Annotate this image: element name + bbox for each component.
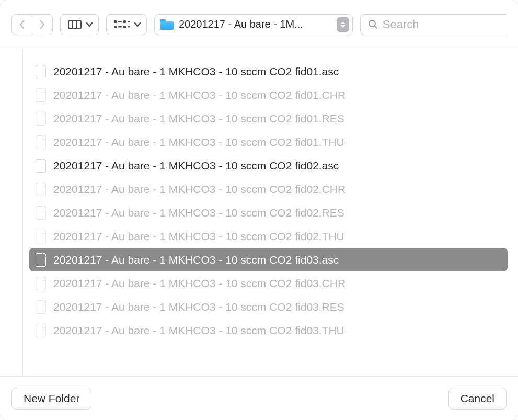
file-icon [36, 112, 46, 126]
cancel-label: Cancel [461, 392, 494, 405]
file-row[interactable]: 20201217 - Au bare - 1 MKHCO3 - 10 sccm … [29, 177, 508, 201]
file-icon [36, 206, 46, 220]
file-name: 20201217 - Au bare - 1 MKHCO3 - 10 sccm … [53, 112, 344, 125]
new-folder-label: New Folder [24, 392, 79, 405]
toolbar: 20201217 - Au bare - 1M... [0, 0, 518, 49]
group-icon [114, 19, 130, 30]
file-row[interactable]: 20201217 - Au bare - 1 MKHCO3 - 10 sccm … [29, 319, 508, 342]
file-name: 20201217 - Au bare - 1 MKHCO3 - 10 sccm … [53, 89, 346, 101]
file-name: 20201217 - Au bare - 1 MKHCO3 - 10 sccm … [53, 277, 346, 290]
file-icon [36, 230, 46, 243]
file-name: 20201217 - Au bare - 1 MKHCO3 - 10 sccm … [53, 301, 344, 313]
chevron-down-icon [134, 21, 141, 28]
search-input[interactable] [383, 18, 499, 31]
chevron-right-icon [39, 19, 46, 30]
group-by-button[interactable] [106, 14, 147, 35]
back-button[interactable] [11, 14, 32, 35]
file-name: 20201217 - Au bare - 1 MKHCO3 - 10 sccm … [53, 65, 339, 78]
svg-rect-8 [123, 26, 126, 28]
view-mode-button[interactable] [60, 14, 99, 35]
search-icon [368, 19, 377, 30]
file-name: 20201217 - Au bare - 1 MKHCO3 - 10 sccm … [53, 207, 344, 219]
file-name: 20201217 - Au bare - 1 MKHCO3 - 10 sccm … [53, 136, 344, 149]
file-row[interactable]: 20201217 - Au bare - 1 MKHCO3 - 10 sccm … [29, 83, 508, 107]
file-name: 20201217 - Au bare - 1 MKHCO3 - 10 sccm … [53, 324, 344, 337]
dialog-body: 20201217 - Au bare - 1 MKHCO3 - 10 sccm … [0, 49, 518, 376]
search-field[interactable] [360, 14, 507, 35]
file-row[interactable]: 20201217 - Au bare - 1 MKHCO3 - 10 sccm … [29, 201, 508, 224]
file-row[interactable]: 20201217 - Au bare - 1 MKHCO3 - 10 sccm … [29, 295, 508, 319]
svg-rect-7 [123, 20, 126, 23]
columns-view-icon [68, 20, 82, 29]
open-dialog: 20201217 - Au bare - 1M... 20201217 - Au… [0, 0, 518, 420]
file-icon [36, 135, 46, 149]
file-name: 20201217 - Au bare - 1 MKHCO3 - 10 sccm … [53, 230, 344, 243]
chevron-down-icon [86, 21, 93, 28]
sidebar-gutter [0, 49, 23, 376]
footer: New Folder Cancel [0, 376, 518, 420]
svg-point-11 [369, 20, 375, 27]
file-icon [36, 277, 46, 290]
file-row[interactable]: 20201217 - Au bare - 1 MKHCO3 - 10 sccm … [29, 271, 508, 295]
svg-rect-10 [128, 26, 130, 28]
file-list[interactable]: 20201217 - Au bare - 1 MKHCO3 - 10 sccm … [23, 49, 518, 376]
svg-rect-9 [128, 21, 130, 22]
svg-rect-3 [114, 20, 117, 23]
file-icon [36, 183, 46, 196]
file-icon [36, 253, 46, 267]
file-icon [36, 324, 46, 337]
file-icon [36, 159, 46, 173]
new-folder-button[interactable]: New Folder [11, 388, 91, 410]
updown-stepper-icon [337, 17, 349, 32]
svg-rect-6 [118, 26, 122, 28]
file-row[interactable]: 20201217 - Au bare - 1 MKHCO3 - 10 sccm … [29, 107, 508, 130]
file-icon [36, 300, 46, 314]
file-icon [36, 88, 46, 102]
svg-line-12 [375, 26, 377, 29]
svg-rect-0 [68, 20, 81, 29]
file-row[interactable]: 20201217 - Au bare - 1 MKHCO3 - 10 sccm … [29, 224, 508, 248]
svg-rect-5 [118, 21, 122, 22]
file-icon [36, 65, 46, 78]
file-row[interactable]: 20201217 - Au bare - 1 MKHCO3 - 10 sccm … [29, 248, 508, 271]
cancel-button[interactable]: Cancel [448, 388, 507, 410]
nav-buttons [11, 14, 53, 35]
file-name: 20201217 - Au bare - 1 MKHCO3 - 10 sccm … [53, 183, 346, 196]
file-row[interactable]: 20201217 - Au bare - 1 MKHCO3 - 10 sccm … [29, 130, 508, 154]
folder-icon [160, 19, 174, 30]
forward-button[interactable] [32, 14, 53, 35]
svg-rect-4 [114, 26, 117, 28]
file-row[interactable]: 20201217 - Au bare - 1 MKHCO3 - 10 sccm … [29, 154, 508, 177]
file-row[interactable]: 20201217 - Au bare - 1 MKHCO3 - 10 sccm … [29, 60, 508, 83]
file-name: 20201217 - Au bare - 1 MKHCO3 - 10 sccm … [53, 160, 339, 172]
path-dropdown[interactable]: 20201217 - Au bare - 1M... [154, 14, 353, 35]
file-name: 20201217 - Au bare - 1 MKHCO3 - 10 sccm … [53, 254, 339, 266]
path-label: 20201217 - Au bare - 1M... [179, 18, 329, 30]
chevron-left-icon [18, 19, 26, 30]
